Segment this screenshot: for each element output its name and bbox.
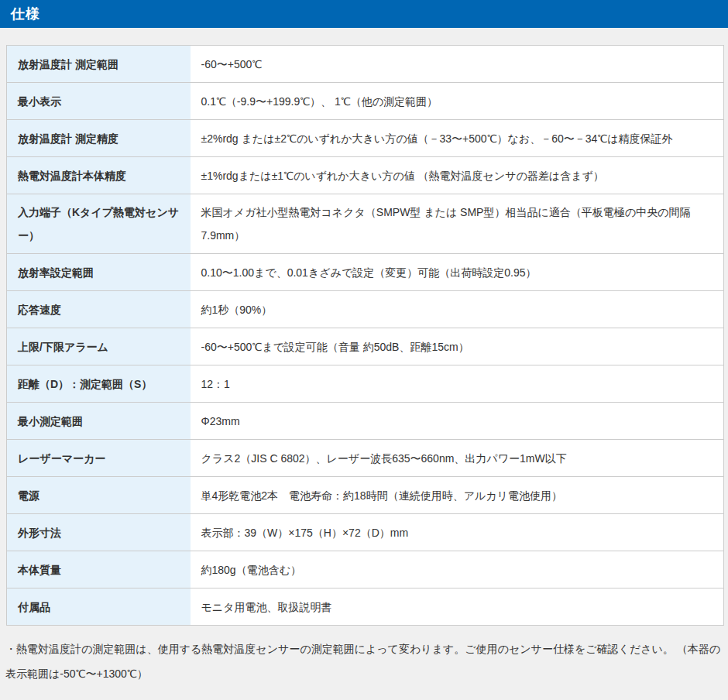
spec-label: 放射率設定範囲 [7,254,191,291]
spec-value: Φ23mm [191,403,724,440]
spec-table-body: 放射温度計 測定範囲 -60〜+500℃ 最小表示 0.1℃（-9.9〜+199… [7,46,724,626]
spec-row-minimum-display: 最小表示 0.1℃（-9.9〜+199.9℃）、 1℃（他の測定範囲） [7,83,724,120]
spec-label: 入力端子（Kタイプ熱電対センサー） [7,194,191,254]
spec-row-input-terminal: 入力端子（Kタイプ熱電対センサー） 米国オメガ社小型熱電対コネクタ（SMPW型 … [7,194,724,254]
spec-value: 0.1℃（-9.9〜+199.9℃）、 1℃（他の測定範囲） [191,83,724,120]
spec-label: 外形寸法 [7,514,191,551]
spec-row-minimum-spot: 最小測定範囲 Φ23mm [7,403,724,440]
spec-table: 放射温度計 測定範囲 -60〜+500℃ 最小表示 0.1℃（-9.9〜+199… [6,45,724,626]
spec-label: レーザーマーカー [7,440,191,477]
spec-value: クラス2（JIS C 6802）、レーザー波長635〜660nm、出力パワー1m… [191,440,724,477]
spec-label: 距離（D）：測定範囲（S） [7,365,191,403]
spec-value: -60〜+500℃ [191,46,724,83]
spec-row-alarm: 上限/下限アラーム -60〜+500℃まで設定可能（音量 約50dB、距離15c… [7,328,724,365]
spec-label: 電源 [7,477,191,514]
spec-label: 放射温度計 測定精度 [7,120,191,157]
spec-label: 上限/下限アラーム [7,328,191,365]
spec-row-response-speed: 応答速度 約1秒（90%） [7,291,724,328]
spec-row-power-supply: 電源 単4形乾電池2本 電池寿命：約18時間（連続使用時、アルカリ電池使用） [7,477,724,514]
spec-row-thermocouple-accuracy: 熱電対温度計本体精度 ±1%rdgまたは±1℃のいずれか大きい方の値 （熱電対温… [7,157,724,194]
spec-label: 最小表示 [7,83,191,120]
spec-value: モニタ用電池、取扱説明書 [191,588,724,626]
spec-row-emissivity-range: 放射率設定範囲 0.10〜1.00まで、0.01きざみで設定（変更）可能（出荷時… [7,254,724,291]
spec-label: 最小測定範囲 [7,403,191,440]
spec-label: 本体質量 [7,551,191,588]
spec-value: 約1秒（90%） [191,291,724,328]
spec-row-weight: 本体質量 約180g（電池含む） [7,551,724,588]
footnote: ・熱電対温度計の測定範囲は、使用する熱電対温度センサーの測定範囲によって変わりま… [5,637,723,686]
spec-value: -60〜+500℃まで設定可能（音量 約50dB、距離15cm） [191,328,724,365]
spec-value: ±1%rdgまたは±1℃のいずれか大きい方の値 （熱電対温度センサの器差は含まず… [191,157,724,194]
spec-value: ±2%rdg または±2℃のいずれか大きい方の値（－33〜+500℃）なお、－6… [191,120,724,157]
spec-row-measurement-range: 放射温度計 測定範囲 -60〜+500℃ [7,46,724,83]
spec-row-distance-ratio: 距離（D）：測定範囲（S） 12：1 [7,365,724,403]
spec-value: 0.10〜1.00まで、0.01きざみで設定（変更）可能（出荷時設定0.95） [191,254,724,291]
spec-label: 熱電対温度計本体精度 [7,157,191,194]
spec-row-dimensions: 外形寸法 表示部：39（W）×175（H）×72（D）mm [7,514,724,551]
spec-value: 約180g（電池含む） [191,551,724,588]
spec-label: 放射温度計 測定範囲 [7,46,191,83]
spec-label: 付属品 [7,588,191,626]
spec-value: 12：1 [191,365,724,403]
spec-row-measurement-accuracy: 放射温度計 測定精度 ±2%rdg または±2℃のいずれか大きい方の値（－33〜… [7,120,724,157]
spec-row-accessories: 付属品 モニタ用電池、取扱説明書 [7,588,724,626]
spec-row-laser-marker: レーザーマーカー クラス2（JIS C 6802）、レーザー波長635〜660n… [7,440,724,477]
spec-label: 応答速度 [7,291,191,328]
section-header: 仕様 [0,0,728,28]
section-title: 仕様 [11,5,40,23]
spec-value: 表示部：39（W）×175（H）×72（D）mm [191,514,724,551]
spec-value: 米国オメガ社小型熱電対コネクタ（SMPW型 または SMP型）相当品に適合（平板… [191,194,724,254]
spec-value: 単4形乾電池2本 電池寿命：約18時間（連続使用時、アルカリ電池使用） [191,477,724,514]
